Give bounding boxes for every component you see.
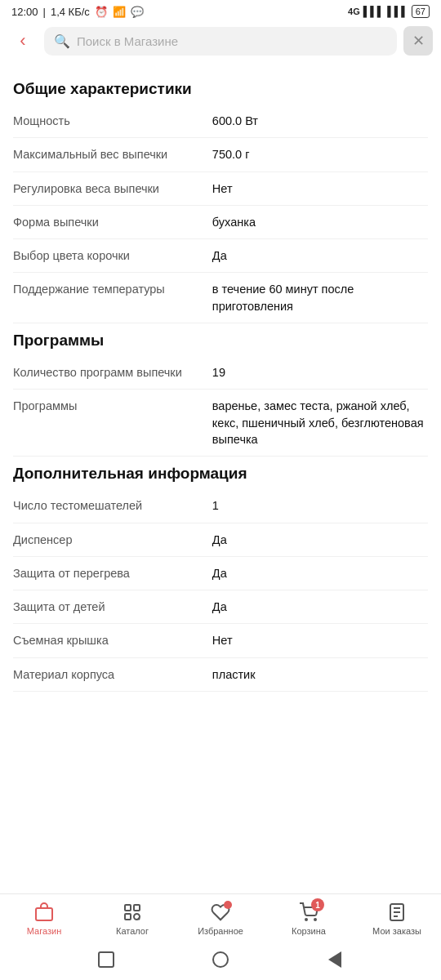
spec-label: Съемная крышка (13, 632, 212, 648)
shop-nav-label: Магазин (27, 926, 61, 936)
status-speed: 1,4 КБ/с (51, 6, 90, 18)
close-button[interactable]: ✕ (403, 26, 433, 56)
section-title: Программы (13, 332, 428, 350)
back-button[interactable]: ‹ (8, 26, 38, 56)
spec-value: буханка (212, 214, 428, 230)
nav-item-shop[interactable]: Магазин (16, 901, 73, 936)
spec-label: Защита от детей (13, 599, 212, 615)
spec-row: Максимальный вес выпечки750.0 г (13, 138, 428, 172)
spec-row: Мощность600.0 Вт (13, 105, 428, 138)
spec-label: Материал корпуса (13, 666, 212, 683)
svg-point-7 (314, 919, 316, 920)
svg-point-6 (305, 919, 307, 920)
svg-rect-0 (36, 908, 52, 920)
svg-rect-2 (134, 905, 140, 911)
status-time: 12:00 (11, 6, 38, 18)
home-button[interactable] (208, 947, 233, 972)
spec-row: Форма выпечкибуханка (13, 206, 428, 239)
spec-label: Диспенсер (13, 532, 212, 548)
nav-item-catalog[interactable]: Каталог (104, 901, 161, 936)
orders-nav-icon (385, 901, 408, 924)
svg-line-5 (138, 918, 140, 920)
spec-value: пластик (212, 666, 428, 683)
favorites-badge (224, 901, 232, 909)
section-title: Дополнительная информация (13, 465, 428, 483)
spec-label: Максимальный вес выпечки (13, 146, 212, 163)
catalog-nav-label: Каталог (116, 926, 149, 936)
status-network: | (43, 6, 46, 18)
spec-label: Число тестомешателей (13, 497, 212, 514)
spec-row: Поддержание температурыв течение 60 мину… (13, 273, 428, 323)
spec-label: Мощность (13, 113, 212, 129)
nav-item-favorites[interactable]: Избранное (192, 901, 249, 936)
spec-value: Да (212, 532, 428, 548)
spec-value: варенье, замес теста, ржаной хлеб, кекс,… (212, 398, 428, 448)
shop-nav-icon (33, 901, 56, 924)
search-icon: 🔍 (54, 33, 70, 49)
chat-icon: 💬 (131, 6, 144, 18)
orders-nav-label: Мои заказы (372, 926, 421, 936)
spec-label: Регулировка веса выпечки (13, 180, 212, 197)
spec-value: 750.0 г (212, 146, 428, 163)
content: Общие характеристикиМощность600.0 ВтМакс… (0, 64, 441, 692)
spec-row: Регулировка веса выпечкиНет (13, 172, 428, 206)
spec-row: Число тестомешателей1 (13, 489, 428, 523)
wifi-bars: ▌▌▌ (387, 6, 408, 17)
spec-label: Программы (13, 398, 212, 414)
spec-value: 600.0 Вт (212, 113, 428, 129)
back-system-button[interactable] (323, 947, 347, 972)
status-right: 4G ▌▌▌ ▌▌▌ 67 (348, 5, 430, 18)
svg-rect-1 (125, 905, 131, 911)
status-bar: 12:00 | 1,4 КБ/с ⏰ 📶 💬 4G ▌▌▌ ▌▌▌ 67 (0, 0, 441, 21)
alarm-icon: ⏰ (95, 6, 108, 18)
cart-badge: 1 (311, 898, 324, 911)
cart-nav-label: Корзина (292, 926, 326, 936)
signal-bars: ▌▌▌ (363, 6, 385, 17)
section-title: Общие характеристики (13, 80, 428, 98)
favorites-nav-icon (209, 901, 232, 924)
spec-row: Съемная крышкаНет (13, 624, 428, 657)
spec-value: в течение 60 минут после приготовления (212, 281, 428, 314)
recents-button[interactable] (94, 947, 118, 972)
spec-row: Материал корпусапластик (13, 658, 428, 692)
spec-value: Да (212, 247, 428, 264)
spec-row: Выбор цвета корочкиДа (13, 239, 428, 273)
spec-row: ДиспенсерДа (13, 523, 428, 557)
spec-label: Выбор цвета корочки (13, 247, 212, 264)
nav-item-orders[interactable]: Мои заказы (368, 901, 425, 936)
spec-label: Количество программ выпечки (13, 364, 212, 381)
battery-icon: 67 (412, 5, 430, 18)
system-nav-bar (0, 939, 441, 980)
search-bar[interactable]: 🔍 Поиск в Магазине (44, 27, 397, 56)
spec-label: Форма выпечки (13, 214, 212, 230)
favorites-nav-label: Избранное (198, 926, 243, 936)
spec-value: Нет (212, 632, 428, 648)
spec-label: Защита от перегрева (13, 565, 212, 581)
spec-row: Количество программ выпечки19 (13, 356, 428, 390)
nav-items: МагазинКаталогИзбранное1КорзинаМои заказ… (0, 894, 441, 939)
spec-row: Защита от детейДа (13, 590, 428, 624)
svg-rect-3 (125, 914, 131, 920)
spec-row: Программываренье, замес теста, ржаной хл… (13, 390, 428, 457)
status-left: 12:00 | 1,4 КБ/с ⏰ 📶 💬 (11, 6, 144, 18)
spec-value: Да (212, 599, 428, 615)
header: ‹ 🔍 Поиск в Магазине ✕ (0, 21, 441, 64)
spec-value: Да (212, 565, 428, 581)
search-placeholder: Поиск в Магазине (77, 34, 178, 48)
spec-value: 19 (212, 364, 428, 381)
spec-row: Защита от перегреваДа (13, 557, 428, 590)
spec-value: Нет (212, 180, 428, 197)
nav-item-cart[interactable]: 1Корзина (280, 901, 337, 936)
spec-label: Поддержание температуры (13, 281, 212, 297)
bottom-nav: МагазинКаталогИзбранное1КорзинаМои заказ… (0, 893, 441, 980)
signal-icon: 📶 (113, 6, 126, 18)
catalog-nav-icon (121, 901, 144, 924)
spec-value: 1 (212, 497, 428, 514)
cart-nav-icon: 1 (297, 901, 320, 924)
lte-icon: 4G (348, 7, 360, 16)
